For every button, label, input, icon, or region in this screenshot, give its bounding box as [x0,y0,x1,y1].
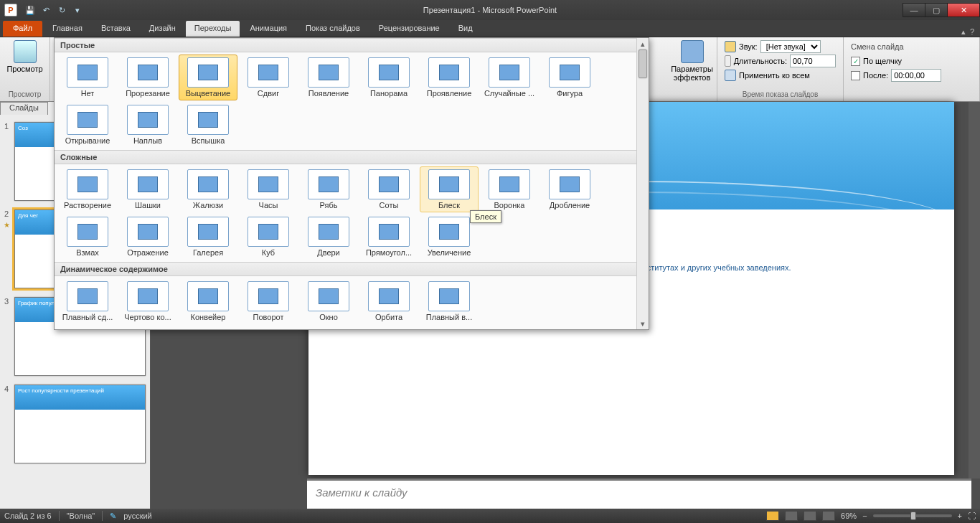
status-theme: "Волна" [67,512,95,520]
transition-отражение[interactable]: Отражение [118,214,177,260]
transition-label: Панорама [370,89,407,98]
language-icon: ✎ [110,512,116,521]
transition-icon [368,217,410,247]
slide-thumb-4[interactable]: 4Рост популярности презентаций [0,380,150,468]
on-click-checkbox[interactable]: ✓ [851,57,860,66]
gallery-scrollbar[interactable]: ▴ ▾ [636,38,649,329]
transition-прорезание[interactable]: Прорезание [118,55,177,100]
minimize-button[interactable]: — [903,3,925,17]
transition-выцветание[interactable]: Выцветание [179,55,237,100]
tab-insert[interactable]: Вставка [93,21,139,37]
qat-more-button[interactable]: ▾ [70,3,85,17]
sound-select[interactable]: [Нет звука] [760,40,821,53]
tab-view[interactable]: Вид [450,21,481,37]
quick-access-toolbar: 💾 ↶ ↻ ▾ [23,3,85,17]
transition-нет[interactable]: Нет [58,55,117,100]
transition-открывание[interactable]: Открывание [58,102,117,148]
effect-options-button[interactable]: Параметры эффектов [668,39,716,83]
tab-design[interactable]: Дизайн [141,21,184,37]
ribbon-tabs: Файл Главная Вставка Дизайн Переходы Ани… [0,20,980,37]
transition-рябь[interactable]: Рябь [299,166,358,212]
slideshow-view-button[interactable] [822,511,835,521]
transition-icon [248,57,289,88]
maximize-button[interactable]: ▢ [925,3,948,17]
tab-review[interactable]: Рецензирование [370,21,448,37]
transition-орбита[interactable]: Орбита [359,278,418,324]
transition-сдвиг[interactable]: Сдвиг [239,55,298,100]
after-checkbox[interactable] [851,71,860,80]
duration-icon [725,55,731,67]
zoom-in-button[interactable]: + [958,512,962,520]
transition-появление[interactable]: Появление [299,55,358,100]
transition-плавный-сд-[interactable]: Плавный сд... [58,278,117,324]
transition-label: Проявление [427,89,472,98]
transition-чертово-ко-[interactable]: Чертово ко... [118,278,177,324]
zoom-percent[interactable]: 69% [841,512,857,520]
undo-button[interactable]: ↶ [39,3,53,17]
transition-icon [127,169,169,199]
transition-дробление[interactable]: Дробление [540,166,599,212]
file-tab[interactable]: Файл [3,21,42,37]
help-icon[interactable]: ? [970,27,974,37]
scroll-down-icon[interactable]: ▾ [637,318,649,329]
transition-куб[interactable]: Куб [239,214,298,260]
redo-button[interactable]: ↻ [55,3,69,17]
scroll-thumb[interactable] [639,50,647,78]
reading-view-button[interactable] [804,511,816,521]
preview-button[interactable]: Просмотр [4,39,45,75]
transition-конвейер[interactable]: Конвейер [179,278,237,324]
status-bar: Слайд 2 из 6 "Волна" ✎ русский 69% − + ⛶ [0,509,980,523]
transition-label: Вспышка [192,136,225,145]
transition-icon [127,105,169,135]
close-button[interactable]: ✕ [947,3,980,17]
transition-соты[interactable]: Соты [359,166,418,212]
transition-label: Нет [81,89,95,98]
transition-растворение[interactable]: Растворение [58,166,117,212]
tab-animations[interactable]: Анимация [241,21,296,37]
notes-pane[interactable]: Заметки к слайду [307,479,971,509]
save-button[interactable]: 💾 [23,3,37,17]
effect-options-icon [681,40,704,63]
transition-фигура[interactable]: Фигура [540,55,599,100]
ribbon-minimize-icon[interactable]: ▴ [961,27,966,37]
transition-label: Выцветание [186,89,230,98]
transition-панорама[interactable]: Панорама [359,55,418,100]
transition-icon [368,169,410,199]
zoom-out-button[interactable]: − [862,512,867,520]
apply-all-button[interactable]: Применить ко всем [739,71,810,80]
transition-воронка[interactable]: Воронка [480,166,539,212]
transition-поворот[interactable]: Поворот [239,278,298,324]
tab-slideshow[interactable]: Показ слайдов [297,21,369,37]
editor-scrollbar[interactable] [969,102,980,479]
transition-проявление[interactable]: Проявление [420,55,479,100]
transition-плавный-в-[interactable]: Плавный в... [420,278,479,324]
slides-panel-tab[interactable]: Слайды [0,102,48,115]
transition-прямоугол-[interactable]: Прямоугол... [359,214,418,260]
tab-transitions[interactable]: Переходы [186,21,240,37]
scroll-up-icon[interactable]: ▴ [637,38,649,50]
transition-icon [187,217,229,247]
fit-window-button[interactable]: ⛶ [968,512,976,520]
transition-галерея[interactable]: Галерея [179,214,237,260]
zoom-slider-knob[interactable] [910,512,916,520]
zoom-slider[interactable] [873,514,952,517]
transition-жалюзи[interactable]: Жалюзи [179,166,237,212]
transition-часы[interactable]: Часы [239,166,298,212]
after-input[interactable] [891,69,941,82]
normal-view-button[interactable] [766,511,779,521]
transition-блеск[interactable]: Блеск [420,166,479,212]
sorter-view-button[interactable] [785,511,798,521]
transition-двери[interactable]: Двери [299,214,358,260]
transition-шашки[interactable]: Шашки [118,166,177,212]
transition-окно[interactable]: Окно [299,278,358,324]
duration-input[interactable] [790,55,836,67]
transition-наплыв[interactable]: Наплыв [118,102,177,148]
transition-случайные-[interactable]: Случайные ... [480,55,539,100]
transition-вспышка[interactable]: Вспышка [179,102,237,148]
tab-home[interactable]: Главная [44,21,91,37]
thumb-preview: Рост популярности презентаций [14,385,146,463]
thumb-number: 4 [3,385,10,463]
transition-взмах[interactable]: Взмах [58,214,117,260]
status-language[interactable]: русский [123,512,151,520]
thumb-number: 2★ [3,209,10,288]
